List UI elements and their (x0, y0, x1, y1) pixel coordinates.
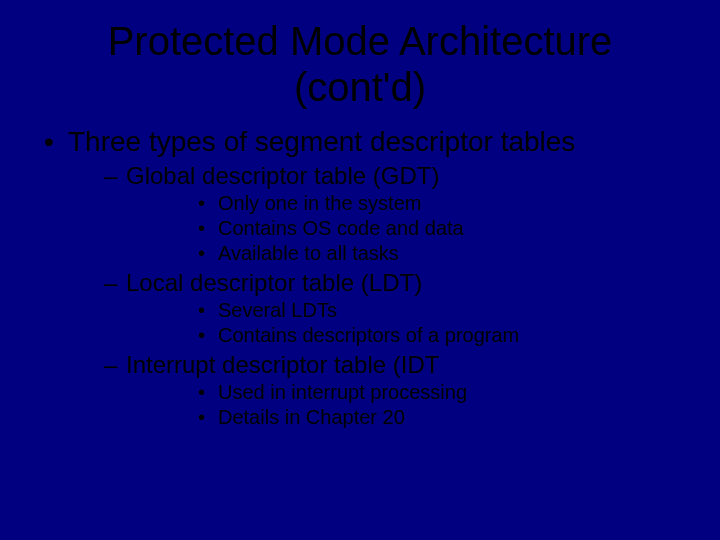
bullet-level3: Available to all tasks (126, 242, 680, 265)
bullet-level2: Interrupt descriptor table (IDT Used in … (68, 351, 680, 429)
bullet-level3: Only one in the system (126, 192, 680, 215)
bullet-level3: Contains OS code and data (126, 217, 680, 240)
slide-title: Protected Mode Architecture (cont'd) (40, 18, 680, 116)
bullet-text: Used in interrupt processing (218, 381, 467, 403)
title-line-2: (cont'd) (294, 65, 426, 109)
slide: Protected Mode Architecture (cont'd) Thr… (0, 0, 720, 540)
bullet-text: Global descriptor table (GDT) (126, 162, 439, 189)
bullet-level2: Global descriptor table (GDT) Only one i… (68, 162, 680, 265)
bullet-text: Three types of segment descriptor tables (68, 126, 575, 157)
bullet-level3: Details in Chapter 20 (126, 406, 680, 429)
slide-body: Three types of segment descriptor tables… (40, 116, 680, 429)
title-line-1: Protected Mode Architecture (108, 19, 613, 63)
bullet-text: Contains descriptors of a program (218, 324, 519, 346)
bullet-level1: Three types of segment descriptor tables… (40, 126, 680, 429)
bullet-level3: Used in interrupt processing (126, 381, 680, 404)
bullet-text: Available to all tasks (218, 242, 399, 264)
bullet-text: Contains OS code and data (218, 217, 464, 239)
bullet-text: Details in Chapter 20 (218, 406, 405, 428)
bullet-text: Only one in the system (218, 192, 421, 214)
bullet-text: Interrupt descriptor table (IDT (126, 351, 439, 378)
bullet-text: Local descriptor table (LDT) (126, 269, 422, 296)
bullet-text: Several LDTs (218, 299, 337, 321)
bullet-level3: Several LDTs (126, 299, 680, 322)
bullet-level2: Local descriptor table (LDT) Several LDT… (68, 269, 680, 347)
bullet-level3: Contains descriptors of a program (126, 324, 680, 347)
